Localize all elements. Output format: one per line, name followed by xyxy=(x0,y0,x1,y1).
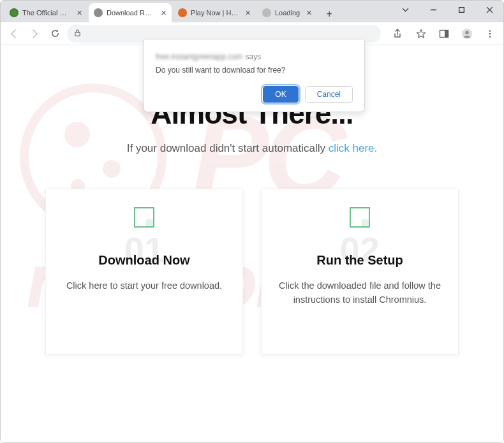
profile-avatar-icon[interactable] xyxy=(459,25,475,42)
subtext-static: If your download didn't start automatica… xyxy=(127,142,329,154)
svg-point-8 xyxy=(465,31,468,34)
maximize-button[interactable] xyxy=(447,1,475,18)
tab-4[interactable]: Loading ✕ xyxy=(257,3,317,22)
share-icon[interactable] xyxy=(390,25,406,42)
svg-rect-6 xyxy=(445,30,448,37)
favicon-icon xyxy=(10,8,19,17)
window-controls xyxy=(391,1,503,18)
globe-icon xyxy=(94,8,103,17)
close-icon[interactable]: ✕ xyxy=(245,9,251,17)
click-here-link[interactable]: click here. xyxy=(329,142,378,154)
svg-point-9 xyxy=(489,30,491,32)
titlebar: The Official Home of ✕ Download Ready ✕ … xyxy=(1,1,503,22)
close-icon[interactable]: ✕ xyxy=(161,9,167,17)
svg-point-10 xyxy=(489,33,491,34)
new-tab-button[interactable]: + xyxy=(321,6,337,22)
caret-down-icon[interactable] xyxy=(391,1,419,18)
javascript-dialog: free.instantgreenapp.com says Do you sti… xyxy=(144,40,365,112)
dialog-says: says xyxy=(246,52,262,61)
close-window-button[interactable] xyxy=(475,1,503,18)
tab-title: Play Now | Hero Wars xyxy=(191,9,239,17)
setup-icon xyxy=(350,207,370,228)
bookmark-star-icon[interactable] xyxy=(413,25,429,42)
browser-window: The Official Home of ✕ Download Ready ✕ … xyxy=(0,0,504,443)
card-download-now[interactable]: 01 Download Now Click here to start your… xyxy=(45,189,243,354)
cancel-button[interactable]: Cancel xyxy=(305,86,353,103)
minimize-button[interactable] xyxy=(419,1,447,18)
tab-title: Download Ready xyxy=(107,9,154,17)
step-cards: 01 Download Now Click here to start your… xyxy=(1,189,503,354)
toolbar-right-icons xyxy=(390,25,498,42)
tab-3[interactable]: Play Now | Hero Wars ✕ xyxy=(173,3,256,22)
dialog-origin: free.instantgreenapp.com xyxy=(156,52,242,61)
subtext: If your download didn't start automatica… xyxy=(1,142,503,155)
card-run-setup: 02 Run the Setup Click the downloaded fi… xyxy=(261,189,459,354)
download-icon xyxy=(134,207,154,228)
svg-point-11 xyxy=(489,36,491,38)
close-icon[interactable]: ✕ xyxy=(306,9,312,17)
card-title: Run the Setup xyxy=(316,253,403,268)
reload-button[interactable] xyxy=(47,25,63,42)
tab-strip: The Official Home of ✕ Download Ready ✕ … xyxy=(1,1,337,22)
dialog-origin-line: free.instantgreenapp.com says xyxy=(156,50,353,62)
ok-button[interactable]: OK xyxy=(263,86,298,103)
card-body: Click here to start your free download. xyxy=(66,279,222,293)
tab-2-active[interactable]: Download Ready ✕ xyxy=(89,3,172,22)
lock-icon xyxy=(73,28,82,40)
tab-title: The Official Home of xyxy=(22,9,70,17)
svg-rect-4 xyxy=(75,32,80,36)
svg-rect-1 xyxy=(459,7,464,12)
tab-1[interactable]: The Official Home of ✕ xyxy=(4,3,87,22)
close-icon[interactable]: ✕ xyxy=(77,9,82,17)
back-button[interactable] xyxy=(6,25,22,42)
forward-button[interactable] xyxy=(26,25,43,42)
side-panel-icon[interactable] xyxy=(436,25,452,42)
card-body: Click the downloaded file and follow the… xyxy=(276,279,444,307)
tab-title: Loading xyxy=(275,9,300,17)
dialog-buttons: OK Cancel xyxy=(156,86,353,103)
favicon-icon xyxy=(178,8,187,17)
menu-dots-icon[interactable] xyxy=(482,25,498,42)
dialog-message: Do you still want to download for free? xyxy=(156,66,353,75)
card-title: Download Now xyxy=(98,253,189,268)
favicon-icon xyxy=(262,8,271,17)
